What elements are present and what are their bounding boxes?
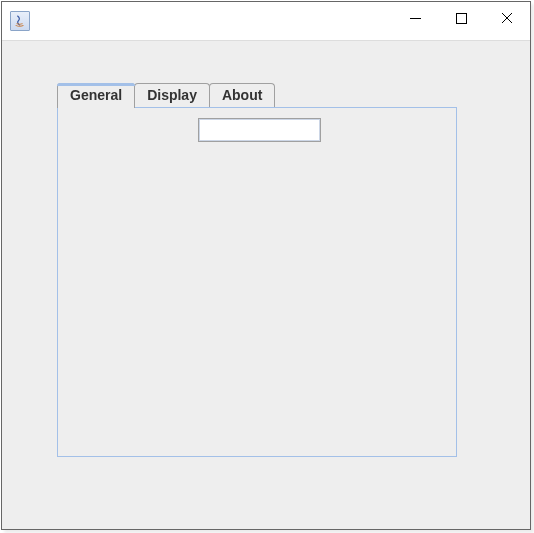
tab-panel-general [57,107,457,457]
minimize-button[interactable] [392,2,438,34]
svg-rect-1 [456,13,466,23]
titlebar[interactable] [2,2,530,40]
tabbed-pane: General Display About [57,83,477,457]
tab-display[interactable]: Display [134,83,210,107]
tab-about[interactable]: About [209,83,275,107]
maximize-button[interactable] [438,2,484,34]
tabs-row: General Display About [57,83,477,107]
content-area: General Display About [2,40,530,529]
tab-label: Display [147,87,197,103]
tab-general[interactable]: General [57,83,135,108]
window-frame: General Display About [1,1,531,530]
text-input[interactable] [198,118,321,142]
java-app-icon [10,11,30,31]
close-button[interactable] [484,2,530,34]
window-controls [392,2,530,40]
tab-label: General [70,87,122,103]
tab-label: About [222,87,262,103]
